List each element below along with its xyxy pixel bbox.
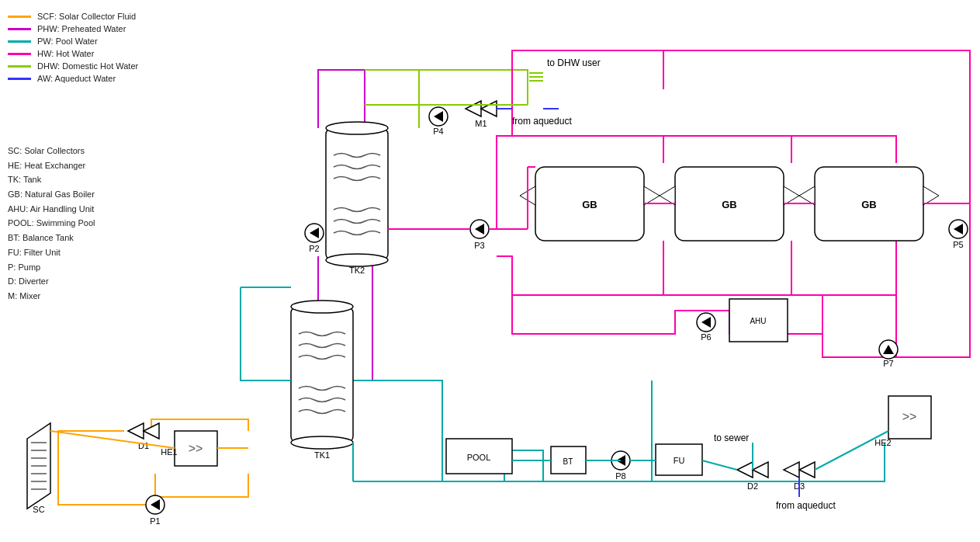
p6-label: P6 [701, 332, 711, 342]
p4-label: P4 [433, 127, 443, 136]
svg-marker-26 [923, 186, 939, 205]
d1-valve: D1 [128, 423, 159, 450]
svg-text:>>: >> [189, 442, 203, 455]
svg-marker-54 [753, 462, 768, 478]
sc-component: SC [27, 423, 50, 514]
p1-pump: P1 [146, 495, 164, 526]
p8-label: P8 [615, 471, 625, 481]
svg-rect-12 [291, 307, 353, 443]
ahu-label: AHU [750, 317, 766, 325]
svg-marker-22 [660, 186, 675, 205]
svg-marker-56 [799, 462, 815, 478]
p2-pump: P2 [305, 224, 324, 253]
to-sewer-label: to sewer [714, 433, 749, 443]
svg-text:>>: >> [902, 410, 917, 423]
ahu-component: AHU [729, 299, 788, 342]
sc-label: SC [33, 505, 44, 514]
bt-component: BT [551, 446, 586, 474]
svg-marker-51 [128, 423, 144, 439]
svg-line-70 [702, 460, 737, 470]
svg-marker-25 [799, 186, 815, 205]
svg-marker-53 [737, 462, 753, 478]
svg-point-13 [291, 301, 353, 313]
d2-label: D2 [747, 481, 758, 491]
from-aqueduct-top-label: from aqueduct [512, 116, 572, 127]
p6-pump: P6 [697, 313, 715, 342]
fu-label: FU [674, 456, 685, 465]
fu-component: FU [656, 444, 702, 475]
gb1-component: GB [520, 167, 660, 241]
svg-point-14 [291, 436, 353, 449]
he1-label: HE1 [161, 447, 177, 457]
svg-marker-58 [481, 101, 497, 116]
svg-marker-57 [466, 101, 481, 116]
svg-rect-15 [326, 128, 388, 260]
svg-marker-20 [644, 186, 660, 205]
p1-label: P1 [150, 516, 160, 526]
to-dhw-user-label: to DHW user [547, 57, 601, 68]
gb2-component: GB [660, 167, 799, 241]
p5-label: P5 [953, 240, 963, 249]
pool-component: POOL [446, 439, 512, 474]
he1-component: >> HE1 [161, 431, 217, 466]
tk2-label: TK2 [349, 266, 365, 275]
svg-point-17 [326, 254, 388, 266]
from-aqueduct-bottom-label: from aqueduct [776, 500, 836, 511]
svg-point-16 [326, 122, 388, 134]
gb2-label: GB [722, 199, 737, 210]
svg-marker-55 [784, 462, 799, 478]
p7-pump: P7 [879, 340, 898, 368]
tk2-component: TK2 [326, 122, 388, 275]
bt-label: BT [563, 457, 573, 466]
tk1-label: TK1 [314, 450, 330, 460]
svg-line-72 [815, 431, 888, 470]
gb3-label: GB [861, 199, 877, 210]
p3-pump: P3 [470, 220, 489, 250]
p5-pump: P5 [949, 220, 968, 249]
p3-label: P3 [474, 241, 484, 250]
gb3-component: GB [799, 167, 939, 241]
gb1-label: GB [582, 199, 597, 210]
he2-label: HE2 [874, 438, 891, 447]
he2-component: >> HE2 [874, 396, 931, 447]
m1-label: M1 [475, 119, 487, 128]
tk1-component: TK1 [291, 301, 353, 460]
p7-label: P7 [883, 359, 893, 368]
pool-label: POOL [467, 453, 491, 462]
p4-pump: P4 [429, 107, 448, 136]
p2-label: P2 [309, 244, 319, 253]
p8-pump: P8 [611, 451, 630, 481]
d1-label: D1 [138, 441, 149, 450]
svg-marker-23 [784, 186, 799, 205]
diagram-svg: SC TK1 TK2 GB [0, 0, 980, 542]
